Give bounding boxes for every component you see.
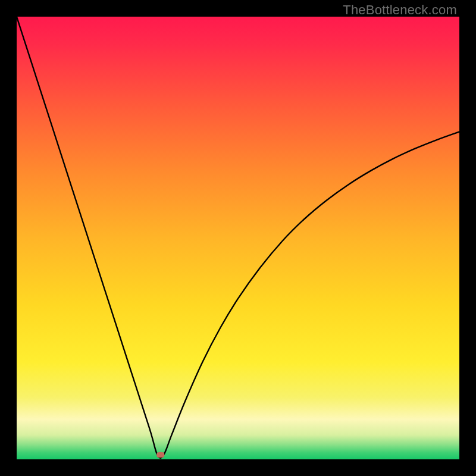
plot-frame — [17, 17, 459, 459]
chart-svg — [17, 17, 459, 459]
watermark-text: TheBottleneck.com — [343, 2, 457, 18]
gradient-background — [17, 17, 459, 459]
optimal-marker — [156, 452, 164, 458]
